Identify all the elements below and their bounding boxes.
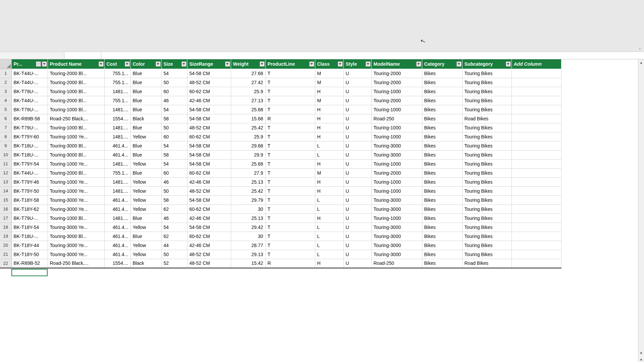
cell-class[interactable]: L [315, 150, 343, 159]
cell-size[interactable]: 62 [161, 232, 187, 241]
cell-weight[interactable]: 29.68 [231, 141, 265, 150]
cell-product_code[interactable]: BK-T18U-... [11, 232, 48, 241]
cell-class[interactable]: L [315, 141, 343, 150]
cell-size_range[interactable]: 48-52 CM [187, 78, 231, 87]
name-box[interactable] [0, 52, 64, 59]
cell-cost[interactable]: 461.4... [104, 250, 130, 259]
cell-empty[interactable] [512, 223, 561, 232]
cell-category[interactable]: Bikes [422, 241, 462, 250]
cell-product_name[interactable]: Touring-3000 Ye... [48, 241, 104, 250]
cell-size[interactable]: 46 [161, 214, 187, 223]
filter-dropdown-icon[interactable] [181, 61, 186, 66]
cell-cost[interactable]: 461.4... [104, 195, 130, 204]
cell-size_range[interactable]: 48-52 CM [187, 186, 231, 195]
cell-model_name[interactable]: Touring-1000 [371, 105, 422, 114]
cell-empty[interactable] [512, 177, 561, 186]
cell-product_line[interactable]: R [265, 259, 315, 268]
table-row[interactable]: 20BK-T18Y-44Touring-3000 Ye...461.4...Ye… [0, 241, 561, 250]
row-number[interactable]: 5 [0, 105, 11, 114]
cell-model_name[interactable]: Touring-3000 [371, 232, 422, 241]
cell-size[interactable]: 60 [161, 168, 187, 177]
cell-model_name[interactable]: Touring-1000 [371, 132, 422, 141]
cell-empty[interactable] [512, 186, 561, 195]
row-number[interactable]: 4 [0, 96, 11, 105]
cell-category[interactable]: Bikes [422, 87, 462, 96]
cell-product_line[interactable]: T [265, 214, 315, 223]
cell-size_range[interactable]: 42-46 CM [187, 96, 231, 105]
vertical-scrollbar[interactable]: ▲ ▼ ▲ [638, 59, 644, 362]
cell-model_name[interactable]: Touring-1000 [371, 214, 422, 223]
cell-size[interactable]: 62 [161, 204, 187, 214]
cell-product_line[interactable]: T [265, 168, 315, 177]
filter-dropdown-icon[interactable] [99, 61, 104, 66]
cell-product_line[interactable]: T [265, 223, 315, 232]
cell-category[interactable]: Bikes [422, 232, 462, 241]
cell-class[interactable]: L [315, 250, 343, 259]
column-header-class[interactable]: Class [315, 59, 343, 69]
cell-size_range[interactable]: 54-58 CM [187, 69, 231, 78]
column-options-icon[interactable]: ⋯ [36, 61, 41, 66]
cell-product_code[interactable]: BK-R89B-58 [11, 114, 48, 123]
cell-size_range[interactable]: 54-58 CM [187, 223, 231, 232]
cell-product_code[interactable]: BK-T44U-... [11, 96, 48, 105]
cell-style[interactable]: U [343, 259, 371, 268]
cell-subcategory[interactable]: Touring Bikes [462, 69, 512, 78]
cell-style[interactable]: U [343, 195, 371, 204]
cell-cost[interactable]: 461.4... [104, 223, 130, 232]
cell-product_code[interactable]: BK-T44U-... [11, 168, 48, 177]
cell-model_name[interactable]: Touring-3000 [371, 223, 422, 232]
cell-class[interactable]: H [315, 132, 343, 141]
cell-weight[interactable]: 28.77 [231, 241, 265, 250]
cell-size_range[interactable]: 48-52 CM [187, 250, 231, 259]
column-header-size[interactable]: Size [161, 59, 187, 69]
cell-size_range[interactable]: 48-52 CM [187, 123, 231, 132]
cell-style[interactable]: U [343, 78, 371, 87]
cell-cost[interactable]: 1481.... [104, 132, 130, 141]
cell-style[interactable]: U [343, 114, 371, 123]
cell-model_name[interactable]: Touring-2000 [371, 69, 422, 78]
cell-cost[interactable]: 461.4... [104, 232, 130, 241]
column-header-weight[interactable]: Weight [231, 59, 265, 69]
cell-weight[interactable]: 15.68 [231, 114, 265, 123]
cell-empty[interactable] [512, 123, 561, 132]
row-number[interactable]: 7 [0, 123, 11, 132]
cell-class[interactable]: H [315, 214, 343, 223]
cell-product_name[interactable]: Touring-1000 Ye... [48, 186, 104, 195]
cell-product_name[interactable]: Touring-3000 Ye... [48, 204, 104, 214]
cell-subcategory[interactable]: Touring Bikes [462, 105, 512, 114]
cell-size[interactable]: 52 [161, 259, 187, 268]
cell-category[interactable]: Bikes [422, 105, 462, 114]
column-header-size_range[interactable]: SizeRange [187, 59, 231, 69]
row-number[interactable]: 16 [0, 204, 11, 214]
cell-empty[interactable] [512, 141, 561, 150]
cell-product_line[interactable]: T [265, 204, 315, 214]
cell-product_line[interactable]: T [265, 195, 315, 204]
cell-product_name[interactable]: Touring-1000 Ye... [48, 177, 104, 186]
cell-color[interactable]: Blue [130, 105, 161, 114]
cell-size[interactable]: 50 [161, 186, 187, 195]
cell-empty[interactable] [512, 232, 561, 241]
table-row[interactable]: 12BK-T44U-...Touring-2000 Bl...755.1...B… [0, 168, 561, 177]
cell-class[interactable]: L [315, 241, 343, 250]
column-header-model_name[interactable]: ModelName [371, 59, 422, 69]
cell-style[interactable]: U [343, 69, 371, 78]
cell-color[interactable]: Yellow [130, 177, 161, 186]
cell-product_code[interactable]: BK-T79Y-46 [11, 177, 48, 186]
column-header-product_name[interactable]: Product Name [48, 59, 104, 69]
fx-box[interactable] [64, 52, 101, 59]
cell-class[interactable]: M [315, 168, 343, 177]
cell-subcategory[interactable]: Road Bikes [462, 114, 512, 123]
cell-category[interactable]: Bikes [422, 114, 462, 123]
cell-category[interactable]: Bikes [422, 159, 462, 168]
cell-product_line[interactable]: T [265, 78, 315, 87]
filter-dropdown-icon[interactable] [506, 61, 511, 66]
cell-class[interactable]: L [315, 204, 343, 214]
cell-product_line[interactable]: T [265, 186, 315, 195]
column-header-category[interactable]: Category [422, 59, 462, 69]
row-number[interactable]: 15 [0, 195, 11, 204]
cell-cost[interactable]: 1481.... [104, 123, 130, 132]
table-row[interactable]: 5BK-T79U-...Touring-1000 Bl...1481....Bl… [0, 105, 561, 114]
cell-class[interactable]: H [315, 123, 343, 132]
cell-color[interactable]: Blue [130, 232, 161, 241]
cell-empty[interactable] [512, 159, 561, 168]
